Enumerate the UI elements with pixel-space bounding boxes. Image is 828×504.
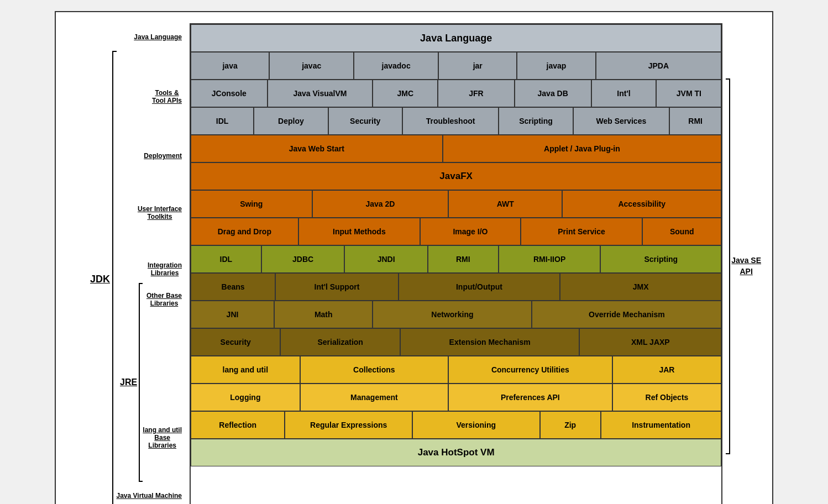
javafx-cell: JavaFX	[191, 162, 721, 190]
math-cell: Math	[274, 301, 373, 328]
beans-cell: Beans	[191, 273, 275, 301]
intl-support-cell: Int'l Support	[275, 273, 399, 301]
image-io-cell: Image I/O	[420, 218, 521, 245]
tool-jfr: JFR	[438, 80, 515, 107]
tool-rmi: RMI	[669, 107, 721, 135]
ui-row-1: Swing Java 2D AWT Accessibility	[191, 190, 721, 218]
other-base-label: Other Base Libraries	[143, 283, 186, 311]
integration-row-label: Integration Libraries	[120, 255, 186, 283]
int-rmi-iiop: RMI-IIOP	[499, 245, 601, 273]
other-row-1: Beans Int'l Support Input/Output JMX	[191, 273, 721, 301]
tool-jvisualvm: Java VisualVM	[268, 80, 373, 107]
jmx-cell: JMX	[560, 273, 721, 301]
lang-util-cell: lang and util	[191, 356, 300, 384]
jni-cell: JNI	[191, 301, 274, 328]
jvm-row-label: Java Virtual Machine	[120, 482, 186, 504]
serialization-cell: Serialization	[280, 328, 400, 356]
tools-row-label: Tools & Tool APIs	[120, 51, 186, 142]
jre-label: JRE	[120, 377, 137, 387]
concurrency-cell: Concurrency Utilities	[448, 356, 612, 384]
javafx-row: JavaFX	[191, 162, 721, 190]
tool-troubleshoot: Troubleshoot	[402, 107, 499, 135]
tool-row-1: java javac javadoc jar javap JPDA	[191, 52, 721, 80]
ext-mech-cell: Extension Mechanism	[400, 328, 579, 356]
accessibility-cell: Accessibility	[562, 190, 721, 218]
tool-javap: javap	[517, 52, 595, 80]
management-cell: Management	[300, 384, 448, 411]
zip-cell: Zip	[540, 411, 601, 439]
xml-jaxp-cell: XML JAXP	[579, 328, 721, 356]
int-jndi: JNDI	[344, 245, 428, 273]
tool-scripting: Scripting	[499, 107, 573, 135]
tool-javac: javac	[269, 52, 354, 80]
tool-javadb: Java DB	[515, 80, 591, 107]
java2d-cell: Java 2D	[312, 190, 449, 218]
tool-jpda: JPDA	[596, 52, 722, 80]
int-rmi: RMI	[428, 245, 499, 273]
tool-webservices: Web Services	[573, 107, 669, 135]
tool-row-2: JConsole Java VisualVM JMC JFR Java DB I…	[191, 80, 721, 107]
int-scripting: Scripting	[600, 245, 721, 273]
sound-cell: Sound	[642, 218, 721, 245]
regex-cell: Regular Expressions	[285, 411, 412, 439]
java-web-start: Java Web Start	[191, 135, 443, 162]
lang-row-2: Logging Management Preferences API Ref O…	[191, 384, 721, 411]
tool-jmc: JMC	[373, 80, 438, 107]
versioning-cell: Versioning	[412, 411, 540, 439]
tool-jar: jar	[438, 52, 517, 80]
main-container: JDK Java Language Tools & Tool APIs Depl…	[55, 11, 773, 504]
tool-idl: IDL	[191, 107, 254, 135]
deployment-row-label: Deployment	[120, 142, 186, 170]
java-language-row-label: Java Language	[120, 23, 186, 51]
lang-row-3: Reflection Regular Expressions Versionin…	[191, 411, 721, 439]
tool-deploy: Deploy	[254, 107, 328, 135]
swing-cell: Swing	[191, 190, 312, 218]
java-language-header-row: Java Language	[191, 24, 721, 52]
java-language-cell: Java Language	[191, 24, 721, 52]
ui-row-label: User Interface Toolkits	[120, 170, 186, 255]
awt-cell: AWT	[448, 190, 562, 218]
jvm-row: Java HotSpot VM	[191, 439, 721, 466]
security-cell: Security	[191, 328, 280, 356]
input-output-cell: Input/Output	[399, 273, 560, 301]
lang-row-1: lang and util Collections Concurrency Ut…	[191, 356, 721, 384]
java-se-api-label: Java SE API	[731, 255, 761, 277]
tool-jvmti: JVM TI	[656, 80, 721, 107]
tool-javadoc: javadoc	[354, 52, 438, 80]
lang-util-label: lang and util Base Libraries	[143, 393, 186, 482]
collections-cell: Collections	[300, 356, 448, 384]
jvm-cell: Java HotSpot VM	[191, 439, 721, 466]
main-grid: Java Language java javac javadoc jar jav…	[190, 23, 722, 504]
tool-intl: Int'l	[591, 80, 657, 107]
jar-cell: JAR	[612, 356, 722, 384]
tool-jconsole: JConsole	[191, 80, 268, 107]
other-row-2: JNI Math Networking Override Mechanism	[191, 301, 721, 328]
logging-cell: Logging	[191, 384, 300, 411]
ui-row-2: Drag and Drop Input Methods Image I/O Pr…	[191, 218, 721, 245]
tool-row-3: IDL Deploy Security Troubleshoot Scripti…	[191, 107, 721, 135]
input-methods-cell: Input Methods	[298, 218, 420, 245]
deployment-row: Java Web Start Applet / Java Plug-in	[191, 135, 721, 162]
int-jdbc: JDBC	[261, 245, 345, 273]
tool-java: java	[191, 52, 269, 80]
int-idl: IDL	[191, 245, 261, 273]
jdk-label: JDK	[90, 274, 110, 285]
reflection-cell: Reflection	[191, 411, 285, 439]
networking-cell: Networking	[373, 301, 532, 328]
applet-plugin: Applet / Java Plug-in	[443, 135, 722, 162]
integration-row: IDL JDBC JNDI RMI RMI-IIOP Scripting	[191, 245, 721, 273]
drag-drop-cell: Drag and Drop	[191, 218, 298, 245]
print-service-cell: Print Service	[521, 218, 642, 245]
other-row-3: Security Serialization Extension Mechani…	[191, 328, 721, 356]
ref-objects-cell: Ref Objects	[612, 384, 722, 411]
override-mech-cell: Override Mechanism	[532, 301, 721, 328]
instrumentation-cell: Instrumentation	[601, 411, 722, 439]
tool-security: Security	[328, 107, 402, 135]
prefs-api-cell: Preferences API	[448, 384, 612, 411]
